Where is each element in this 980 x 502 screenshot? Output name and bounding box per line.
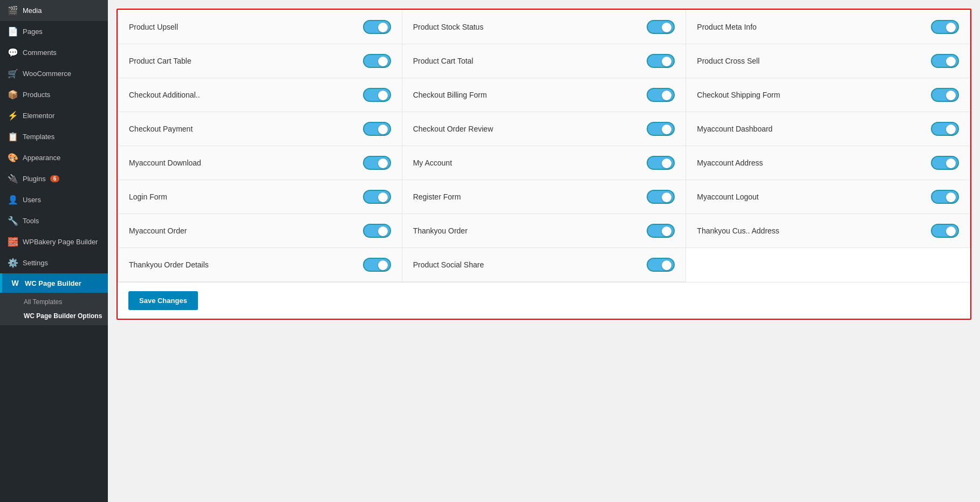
- users-icon: 👤: [8, 195, 18, 205]
- submenu-all-templates[interactable]: All Templates: [18, 295, 108, 309]
- toggle-label-my-account: My Account: [413, 159, 452, 167]
- toggle-switch-checkout-shipping-form[interactable]: [931, 88, 959, 102]
- toggle-switch-checkout-billing-form[interactable]: [647, 88, 675, 102]
- toggle-switch-myaccount-logout[interactable]: [931, 190, 959, 204]
- toggle-switch-thankyou-order-details[interactable]: [363, 258, 391, 272]
- toggle-switch-product-meta-info[interactable]: [931, 20, 959, 34]
- toggle-label-product-cart-table: Product Cart Table: [129, 57, 191, 65]
- toggle-label-product-cart-total: Product Cart Total: [413, 57, 474, 65]
- toggle-label-myaccount-dashboard: Myaccount Dashboard: [697, 125, 772, 133]
- toggle-label-product-meta-info: Product Meta Info: [697, 23, 757, 31]
- toggle-label-thankyou-cus-address: Thankyou Cus.. Address: [697, 226, 779, 235]
- toggle-switch-checkout-order-review[interactable]: [647, 122, 675, 136]
- toggle-label-checkout-order-review: Checkout Order Review: [413, 125, 494, 133]
- sidebar-item-label: Comments: [23, 49, 57, 57]
- toggle-switch-myaccount-address[interactable]: [931, 156, 959, 170]
- sidebar-item-comments[interactable]: 💬 Comments: [0, 42, 108, 63]
- toggle-switch-checkout-additional[interactable]: [363, 88, 391, 102]
- sidebar-item-label: Templates: [23, 133, 54, 141]
- sidebar-item-users[interactable]: 👤 Users: [0, 189, 108, 210]
- sidebar-item-label: Media: [23, 6, 42, 15]
- toggle-cell-myaccount-dashboard: Myaccount Dashboard: [686, 112, 970, 146]
- sidebar-item-label: Products: [23, 91, 50, 99]
- media-icon: 🎬: [8, 5, 18, 16]
- toggle-switch-register-form[interactable]: [647, 190, 675, 204]
- sidebar-item-woocommerce[interactable]: 🛒 WooCommerce: [0, 63, 108, 84]
- toggle-cell-checkout-additional: Checkout Additional..: [118, 78, 402, 112]
- toggle-cell-thankyou-order: Thankyou Order: [402, 214, 687, 248]
- sidebar-item-label: Settings: [23, 259, 48, 267]
- toggle-cell-myaccount-download: Myaccount Download: [118, 146, 402, 180]
- sidebar-item-label: Elementor: [23, 112, 54, 120]
- toggle-switch-myaccount-dashboard[interactable]: [931, 122, 959, 136]
- sidebar-item-media[interactable]: 🎬 Media: [0, 0, 108, 21]
- sidebar-item-label: WC Page Builder: [25, 279, 81, 287]
- toggle-label-myaccount-address: Myaccount Address: [697, 159, 763, 167]
- main-content: Product UpsellProduct Stock StatusProduc…: [108, 0, 980, 502]
- toggle-cell-my-account: My Account: [402, 146, 687, 180]
- options-box: Product UpsellProduct Stock StatusProduc…: [116, 9, 971, 320]
- toggle-cell-product-cart-table: Product Cart Table: [118, 44, 402, 78]
- toggle-switch-product-cart-total[interactable]: [647, 54, 675, 68]
- sidebar-submenu: All Templates WC Page Builder Options: [0, 293, 108, 325]
- toggle-switch-my-account[interactable]: [647, 156, 675, 170]
- toggle-switch-product-cart-table[interactable]: [363, 54, 391, 68]
- woocommerce-icon: 🛒: [8, 68, 18, 79]
- sidebar-item-wpbakery[interactable]: 🧱 WPBakery Page Builder: [0, 231, 108, 252]
- toggle-cell-product-cart-total: Product Cart Total: [402, 44, 687, 78]
- toggle-switch-myaccount-order[interactable]: [363, 224, 391, 238]
- toggle-cell-checkout-order-review: Checkout Order Review: [402, 112, 687, 146]
- sidebar-item-pages[interactable]: 📄 Pages: [0, 21, 108, 42]
- sidebar-item-tools[interactable]: 🔧 Tools: [0, 210, 108, 231]
- save-changes-button[interactable]: Save Changes: [128, 291, 198, 310]
- toggle-cell-thankyou-cus-address: Thankyou Cus.. Address: [686, 214, 970, 248]
- sidebar-item-appearance[interactable]: 🎨 Appearance: [0, 147, 108, 168]
- toggle-label-register-form: Register Form: [413, 192, 461, 201]
- toggle-label-myaccount-download: Myaccount Download: [129, 159, 201, 167]
- appearance-icon: 🎨: [8, 153, 18, 163]
- toggle-switch-product-social-share[interactable]: [647, 258, 675, 272]
- toggle-switch-product-upsell[interactable]: [363, 20, 391, 34]
- plugins-badge: 6: [50, 175, 60, 182]
- toggle-switch-product-cross-sell[interactable]: [931, 54, 959, 68]
- toggle-cell-checkout-shipping-form: Checkout Shipping Form: [686, 78, 970, 112]
- sidebar-item-plugins[interactable]: 🔌 Plugins 6: [0, 168, 108, 189]
- toggle-cell-myaccount-order: Myaccount Order: [118, 214, 402, 248]
- plugins-icon: 🔌: [8, 174, 18, 184]
- toggle-label-thankyou-order: Thankyou Order: [413, 226, 468, 235]
- toggle-switch-thankyou-cus-address[interactable]: [931, 224, 959, 238]
- toggle-cell-checkout-payment: Checkout Payment: [118, 112, 402, 146]
- wcpagebuilder-icon: W: [10, 279, 20, 287]
- toggle-switch-product-stock-status[interactable]: [647, 20, 675, 34]
- save-area: Save Changes: [118, 282, 970, 319]
- sidebar: 🎬 Media 📄 Pages 💬 Comments 🛒 WooCommerce…: [0, 0, 108, 502]
- sidebar-item-templates[interactable]: 📋 Templates: [0, 126, 108, 147]
- toggle-switch-myaccount-download[interactable]: [363, 156, 391, 170]
- toggle-label-thankyou-order-details: Thankyou Order Details: [129, 260, 209, 269]
- toggle-label-checkout-payment: Checkout Payment: [129, 125, 193, 133]
- toggle-label-product-social-share: Product Social Share: [413, 260, 484, 269]
- tools-icon: 🔧: [8, 216, 18, 226]
- toggle-switch-checkout-payment[interactable]: [363, 122, 391, 136]
- toggle-label-myaccount-order: Myaccount Order: [129, 226, 187, 235]
- toggle-label-myaccount-logout: Myaccount Logout: [697, 192, 758, 201]
- toggle-cell-myaccount-address: Myaccount Address: [686, 146, 970, 180]
- toggle-switch-thankyou-order[interactable]: [647, 224, 675, 238]
- toggle-label-product-stock-status: Product Stock Status: [413, 23, 484, 31]
- sidebar-item-label: Tools: [23, 217, 39, 225]
- pages-icon: 📄: [8, 26, 18, 37]
- submenu-wc-options[interactable]: WC Page Builder Options: [18, 309, 108, 323]
- toggle-cell-product-upsell: Product Upsell: [118, 10, 402, 44]
- sidebar-item-wcpagebuilder[interactable]: W WC Page Builder: [0, 273, 108, 293]
- settings-icon: ⚙️: [8, 258, 18, 268]
- toggle-label-product-cross-sell: Product Cross Sell: [697, 57, 759, 65]
- sidebar-item-label: Plugins: [23, 175, 46, 183]
- toggle-cell-register-form: Register Form: [402, 180, 687, 214]
- wpbakery-icon: 🧱: [8, 237, 18, 247]
- toggle-switch-login-form[interactable]: [363, 190, 391, 204]
- sidebar-item-elementor[interactable]: ⚡ Elementor: [0, 105, 108, 126]
- sidebar-item-settings[interactable]: ⚙️ Settings: [0, 252, 108, 273]
- toggle-label-checkout-shipping-form: Checkout Shipping Form: [697, 91, 780, 99]
- toggle-cell-product-stock-status: Product Stock Status: [402, 10, 687, 44]
- sidebar-item-products[interactable]: 📦 Products: [0, 84, 108, 105]
